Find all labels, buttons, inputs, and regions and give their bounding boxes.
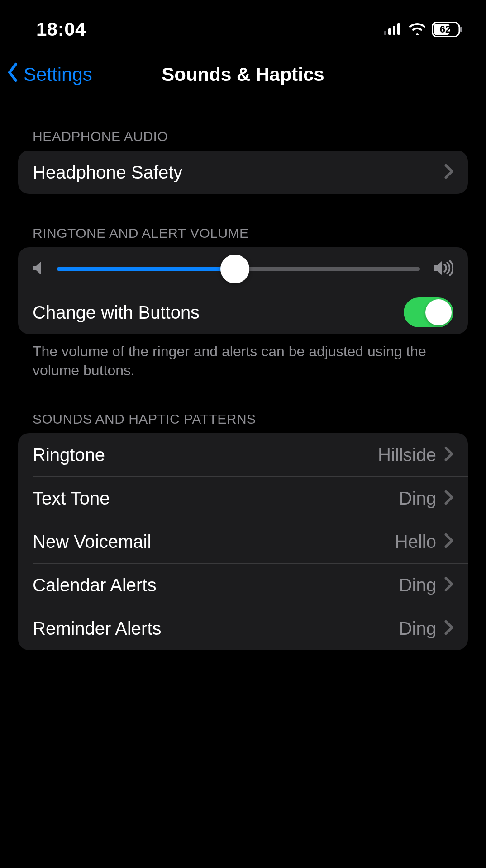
back-button[interactable]: Settings — [6, 62, 92, 87]
row-value: Hello — [395, 532, 436, 552]
row-reminder-alerts[interactable]: Reminder Alerts Ding — [18, 607, 468, 650]
row-ringtone[interactable]: Ringtone Hillside — [18, 433, 468, 476]
section-footer-volume: The volume of the ringer and alerts can … — [18, 334, 468, 380]
battery-icon: 62 — [432, 22, 463, 37]
row-volume-slider — [18, 247, 468, 291]
battery-percent: 62 — [432, 24, 459, 35]
chevron-right-icon — [444, 446, 453, 463]
row-label: Headphone Safety — [33, 162, 444, 183]
svg-rect-1 — [388, 28, 391, 35]
cellular-icon — [384, 22, 403, 37]
row-label: Change with Buttons — [33, 302, 404, 323]
section-header-patterns: SOUNDS AND HAPTIC PATTERNS — [18, 411, 468, 433]
row-value: Ding — [399, 618, 436, 639]
nav-bar: Settings Sounds & Haptics — [0, 57, 486, 93]
status-bar: 18:04 62 — [0, 0, 486, 47]
svg-rect-2 — [393, 26, 395, 35]
slider-thumb[interactable] — [220, 255, 249, 283]
back-label: Settings — [24, 64, 92, 85]
wifi-icon — [408, 22, 426, 37]
row-text-tone[interactable]: Text Tone Ding — [18, 476, 468, 520]
group-patterns: Ringtone Hillside Text Tone Ding New Voi… — [18, 433, 468, 650]
chevron-right-icon — [444, 576, 453, 594]
group-headphone: Headphone Safety — [18, 151, 468, 194]
volume-slider[interactable] — [57, 267, 420, 271]
row-headphone-safety[interactable]: Headphone Safety — [18, 151, 468, 194]
speaker-high-icon — [434, 260, 453, 278]
row-new-voicemail[interactable]: New Voicemail Hello — [18, 520, 468, 563]
status-indicators: 62 — [384, 22, 463, 37]
svg-rect-0 — [384, 31, 386, 35]
slider-fill — [57, 267, 235, 271]
row-label: Reminder Alerts — [33, 618, 399, 639]
svg-rect-6 — [460, 27, 462, 32]
section-header-volume: RINGTONE AND ALERT VOLUME — [18, 226, 468, 247]
chevron-right-icon — [444, 533, 453, 550]
row-value: Ding — [399, 575, 436, 595]
chevron-right-icon — [444, 164, 453, 181]
group-volume: Change with Buttons — [18, 247, 468, 334]
section-header-headphone: HEADPHONE AUDIO — [18, 129, 468, 151]
row-label: Calendar Alerts — [33, 575, 399, 595]
svg-rect-3 — [397, 23, 400, 35]
row-label: New Voicemail — [33, 532, 395, 552]
speaker-low-icon — [33, 260, 43, 278]
row-label: Text Tone — [33, 488, 399, 509]
row-calendar-alerts[interactable]: Calendar Alerts Ding — [18, 563, 468, 607]
toggle-knob — [425, 299, 452, 326]
toggle-change-with-buttons[interactable] — [404, 297, 453, 327]
chevron-right-icon — [444, 620, 453, 637]
chevron-left-icon — [6, 62, 20, 87]
chevron-right-icon — [444, 490, 453, 507]
status-time: 18:04 — [36, 19, 86, 40]
row-change-with-buttons: Change with Buttons — [18, 291, 468, 334]
row-label: Ringtone — [33, 445, 378, 465]
row-value: Hillside — [378, 445, 436, 465]
row-value: Ding — [399, 488, 436, 509]
